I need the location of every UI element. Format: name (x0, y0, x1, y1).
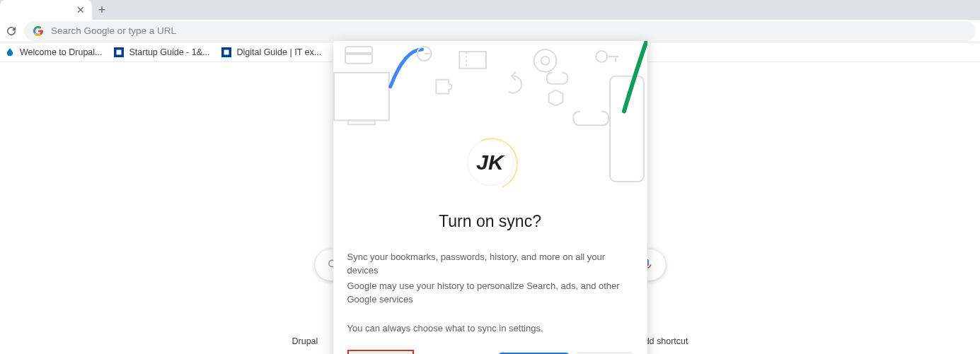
svg-point-14 (596, 51, 607, 62)
bookmark-drupal[interactable]: Welcome to Drupal... (4, 47, 102, 58)
shortcut-drupal[interactable]: Drupal (292, 336, 318, 346)
reload-button[interactable] (4, 24, 18, 38)
svg-rect-3 (224, 49, 229, 54)
bookmark-label: Digital Guide | IT ex... (236, 47, 321, 57)
svg-rect-7 (345, 52, 372, 55)
browser-tab[interactable]: ✕ (0, 0, 92, 20)
settings-highlight: Settings (347, 350, 415, 354)
svg-point-12 (541, 57, 549, 65)
dialog-text-3: You can always choose what to sync in se… (347, 322, 633, 336)
omnibox[interactable] (24, 21, 976, 41)
bookmark-label: Startup Guide - 1&... (129, 47, 209, 57)
sync-dialog: JK Turn on sync? Sync your bookmarks, pa… (333, 41, 647, 354)
reload-icon (5, 25, 18, 37)
svg-rect-1 (117, 49, 122, 54)
avatar: JK (468, 140, 513, 185)
ionos-icon (113, 47, 125, 58)
ionos-icon (221, 47, 232, 58)
dialog-actions: Settings Yes, I'm in Cancel (333, 338, 647, 354)
bookmark-startup-guide[interactable]: Startup Guide - 1&... (113, 47, 209, 58)
avatar-initials: JK (476, 151, 503, 175)
svg-rect-4 (334, 73, 389, 121)
bookmark-digital-guide[interactable]: Digital Guide | IT ex... (221, 47, 321, 58)
svg-rect-17 (610, 76, 644, 182)
new-tab-page: Drupal Sign in Web Store Add shortcut (0, 62, 980, 354)
dialog-body: Turn on sync? Sync your bookmarks, passw… (333, 199, 647, 338)
google-icon (33, 25, 44, 37)
svg-rect-9 (459, 52, 486, 69)
svg-marker-13 (548, 90, 563, 106)
svg-rect-5 (348, 120, 375, 124)
shortcut-label: Drupal (292, 336, 318, 346)
tab-strip: ✕ + (0, 0, 980, 20)
toolbar (0, 20, 980, 42)
dialog-text-1: Sync your bookmarks, passwords, history,… (347, 251, 633, 278)
new-tab-button[interactable]: + (92, 0, 112, 20)
dialog-text-2: Google may use your history to personali… (347, 280, 633, 307)
dialog-hero: JK (333, 41, 647, 199)
svg-point-11 (534, 49, 556, 72)
close-icon[interactable]: ✕ (75, 4, 86, 16)
bookmark-label: Welcome to Drupal... (20, 47, 102, 57)
drupal-icon (4, 47, 16, 58)
address-input[interactable] (51, 25, 967, 36)
dialog-title: Turn on sync? (347, 212, 633, 231)
